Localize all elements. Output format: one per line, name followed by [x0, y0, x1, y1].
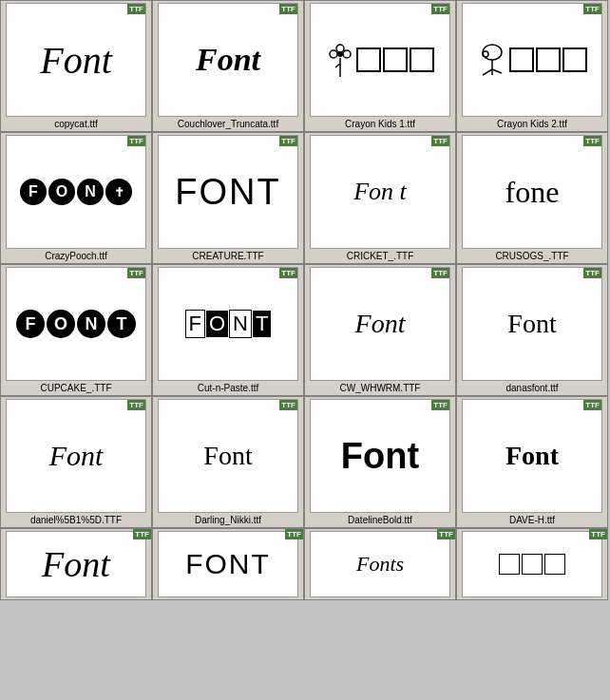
font-preview-creature: FONT: [175, 172, 280, 213]
font-thumbnail-crayon1: TTF: [310, 3, 450, 117]
font-item-daveh[interactable]: TTF Font DAVE-H.ttf: [456, 396, 608, 528]
ttf-badge: TTF: [127, 400, 145, 410]
font-name-crusogs: CRUSOGS_.TTF: [495, 251, 568, 261]
font-item-row5-2[interactable]: TTF FONT: [152, 528, 304, 600]
font-thumbnail-row5-3: TTF Fonts: [310, 531, 450, 597]
font-preview-row5-4: [499, 554, 565, 575]
ttf-badge: TTF: [279, 268, 297, 278]
font-preview-row5-3: Fonts: [356, 552, 404, 577]
ttf-badge: TTF: [127, 268, 145, 278]
font-item-cutnpaste[interactable]: TTF F O N T Cut-n-Paste.ttf: [152, 264, 304, 396]
font-thumbnail-crazypooch: TTF F O N ✝: [6, 135, 146, 249]
svg-point-0: [336, 45, 344, 52]
font-item-crayon2[interactable]: TTF Crayon Kids 2.ttf: [456, 0, 608, 132]
font-preview-cricket: Fon t: [353, 178, 407, 206]
font-thumbnail-row5-4: TTF: [462, 531, 602, 597]
svg-line-10: [483, 69, 492, 75]
font-preview-row5-1: Font: [42, 543, 110, 585]
font-thumbnail-couchlover: TTF Font: [158, 3, 298, 117]
font-preview-crayon2: [477, 43, 587, 77]
ttf-badge: TTF: [127, 136, 145, 146]
ttf-badge: TTF: [583, 136, 601, 146]
ttf-badge: TTF: [285, 531, 298, 539]
font-thumbnail-daveh: TTF Font: [462, 399, 602, 513]
font-thumbnail-crayon2: TTF: [462, 3, 602, 117]
ttf-badge: TTF: [127, 4, 145, 14]
ttf-badge: TTF: [431, 268, 449, 278]
font-item-row5-1[interactable]: TTF Font: [0, 528, 152, 600]
ttf-badge: TTF: [133, 531, 146, 539]
ttf-badge: TTF: [583, 4, 601, 14]
ttf-badge: TTF: [431, 136, 449, 146]
font-name-cutnpaste: Cut-n-Paste.ttf: [198, 383, 258, 393]
font-name-crayon2: Crayon Kids 2.ttf: [497, 119, 567, 129]
ttf-badge: TTF: [431, 400, 449, 410]
font-name-cricket: CRICKET_.TTF: [347, 251, 414, 261]
font-preview-couchlover: Font: [196, 42, 260, 78]
font-preview-daveh: Font: [505, 441, 559, 471]
font-preview-crazypooch: F O N ✝: [20, 179, 132, 205]
font-thumbnail-cricket: TTF Fon t: [310, 135, 450, 249]
font-name-cw: CW_WHWRM.TTF: [340, 383, 421, 393]
font-name-copycat: copycat.ttf: [54, 119, 98, 129]
font-name-couchlover: Couchlover_Truncata.ttf: [178, 119, 278, 129]
font-preview-cw: Font: [355, 309, 406, 339]
ttf-badge: TTF: [431, 4, 449, 14]
font-name-crazypooch: CrazyPooch.ttf: [45, 251, 107, 261]
font-thumbnail-daniel: TTF Font: [6, 399, 146, 513]
font-thumbnail-creature: TTF FONT: [158, 135, 298, 249]
ttf-badge: TTF: [583, 400, 601, 410]
font-thumbnail-cutnpaste: TTF F O N T: [158, 267, 298, 381]
font-name-dateline: DatelineBold.ttf: [348, 515, 412, 525]
font-thumbnail-crusogs: TTF fone: [462, 135, 602, 249]
svg-point-3: [337, 51, 343, 57]
font-item-danas[interactable]: TTF Font danasfont.ttf: [456, 264, 608, 396]
font-item-crazypooch[interactable]: TTF F O N ✝ CrazyPooch.ttf: [0, 132, 152, 264]
font-item-crayon1[interactable]: TTF Crayon Kids 1.ttf: [304, 0, 456, 132]
font-thumbnail-cw: TTF Font: [310, 267, 450, 381]
ttf-badge: TTF: [279, 4, 297, 14]
font-thumbnail-row5-2: TTF FONT: [158, 531, 298, 597]
font-item-darling[interactable]: TTF Font Darling_Nikki.ttf: [152, 396, 304, 528]
font-item-cw[interactable]: TTF Font CW_WHWRM.TTF: [304, 264, 456, 396]
font-item-cricket[interactable]: TTF Fon t CRICKET_.TTF: [304, 132, 456, 264]
font-item-couchlover[interactable]: TTF Font Couchlover_Truncata.ttf: [152, 0, 304, 132]
font-preview-cutnpaste: F O N T: [185, 310, 272, 338]
font-item-row5-3[interactable]: TTF Fonts: [304, 528, 456, 600]
font-thumbnail-danas: TTF Font: [462, 267, 602, 381]
font-item-daniel[interactable]: TTF Font daniel%5B1%5D.TTF: [0, 396, 152, 528]
svg-point-1: [330, 50, 337, 58]
font-grid: TTF Font copycat.ttf TTF Font Couchlover…: [0, 0, 610, 600]
font-item-crusogs[interactable]: TTF fone CRUSOGS_.TTF: [456, 132, 608, 264]
font-name-danas: danasfont.ttf: [505, 383, 558, 393]
font-preview-darling: Font: [203, 441, 252, 471]
font-name-crayon1: Crayon Kids 1.ttf: [345, 119, 415, 129]
svg-line-9: [492, 69, 502, 73]
font-thumbnail-copycat: TTF Font: [6, 3, 146, 117]
font-name-creature: CREATURE.TTF: [192, 251, 263, 261]
font-thumbnail-row5-1: TTF Font: [6, 531, 146, 597]
ttf-badge: TTF: [583, 268, 601, 278]
font-name-daniel: daniel%5B1%5D.TTF: [30, 515, 122, 525]
ttf-badge: TTF: [437, 531, 450, 539]
font-item-dateline[interactable]: TTF Font DatelineBold.ttf: [304, 396, 456, 528]
font-preview-daniel: Font: [49, 440, 104, 472]
font-thumbnail-darling: TTF Font: [158, 399, 298, 513]
ttf-badge: TTF: [589, 531, 602, 539]
font-item-copycat[interactable]: TTF Font copycat.ttf: [0, 0, 152, 132]
font-name-daveh: DAVE-H.ttf: [509, 515, 555, 525]
font-item-creature[interactable]: TTF FONT CREATURE.TTF: [152, 132, 304, 264]
font-preview-dateline: Font: [341, 436, 419, 477]
font-name-cupcake: CUPCAKE_.TTF: [40, 383, 111, 393]
ttf-badge: TTF: [279, 136, 297, 146]
font-preview-crusogs: fone: [505, 175, 560, 210]
font-item-cupcake[interactable]: TTF F O N T CUPCAKE_.TTF: [0, 264, 152, 396]
font-preview-row5-2: FONT: [185, 548, 271, 580]
font-thumbnail-cupcake: TTF F O N T: [6, 267, 146, 381]
svg-point-2: [343, 50, 351, 58]
font-thumbnail-dateline: TTF Font: [310, 399, 450, 513]
font-item-row5-4[interactable]: TTF: [456, 528, 608, 600]
ttf-badge: TTF: [279, 400, 297, 410]
font-preview-crayon1: [326, 41, 434, 79]
font-name-darling: Darling_Nikki.ttf: [195, 515, 261, 525]
